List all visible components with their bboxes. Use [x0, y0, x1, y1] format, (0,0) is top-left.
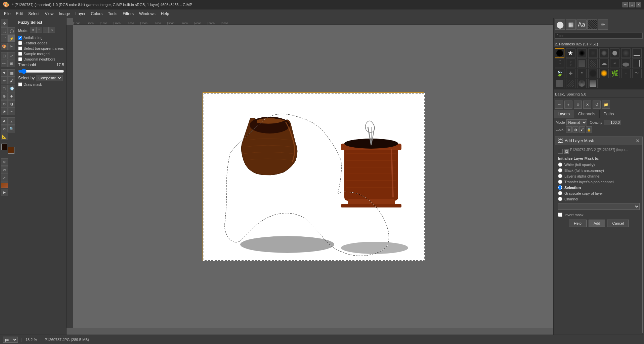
select-by-dropdown[interactable]: Composite Red Green Blue Alpha: [36, 75, 62, 81]
brush-cell-dots1[interactable]: .........: [555, 59, 564, 68]
ellipse-select-tool[interactable]: ◯: [8, 27, 15, 35]
brush-cell-texture1[interactable]: [577, 59, 587, 68]
diagonal-checkbox[interactable]: [18, 57, 22, 61]
transparent-checkbox[interactable]: [18, 46, 22, 50]
draw-mask-checkbox[interactable]: [18, 82, 22, 86]
menu-colors[interactable]: Colors: [88, 11, 105, 17]
feather-edges-checkbox[interactable]: [18, 41, 22, 45]
heal-tool[interactable]: ✚: [8, 92, 15, 100]
mode-add[interactable]: +: [36, 27, 42, 33]
brush-cell-fuzzy3[interactable]: [599, 48, 609, 58]
tool-preset-btn[interactable]: ⚙: [1, 158, 8, 166]
font-icon[interactable]: Aa: [576, 20, 587, 30]
mode-subtract[interactable]: −: [43, 27, 49, 33]
3d-transform-tool[interactable]: ⊞: [8, 60, 15, 67]
brush-cell-soft1[interactable]: [621, 48, 631, 58]
brush-cell-h4[interactable]: [588, 79, 598, 88]
perspective-clone-tool[interactable]: ⊘: [1, 100, 8, 108]
option-alpha[interactable]: Layer's alpha channel: [558, 174, 640, 178]
brush-cell-halftone1[interactable]: ⠶: [621, 69, 631, 78]
help-button[interactable]: Help: [569, 220, 587, 227]
tool-options-icon[interactable]: ✏: [598, 20, 608, 30]
mode-select[interactable]: Normal Multiply Screen: [566, 119, 587, 125]
mode-replace[interactable]: ⊕: [30, 27, 36, 33]
opacity-input[interactable]: [604, 120, 620, 125]
brush-cell-line1[interactable]: [632, 48, 642, 58]
menu-help[interactable]: Help: [158, 11, 172, 17]
document-history-btn[interactable]: ⏱: [1, 166, 8, 174]
brush-delete-btn[interactable]: ✕: [583, 101, 591, 109]
brush-cell-line2[interactable]: [632, 59, 642, 68]
move-tool[interactable]: ✣: [1, 20, 8, 27]
option-white[interactable]: White (full opacity): [558, 162, 640, 167]
brush-cell-h3[interactable]: [577, 79, 587, 88]
minimize-button[interactable]: ─: [622, 2, 628, 7]
menu-file[interactable]: File: [1, 11, 13, 17]
option-selection[interactable]: Selection: [558, 185, 640, 190]
menu-image[interactable]: Image: [56, 11, 73, 17]
foreground-color[interactable]: [1, 144, 7, 150]
paths-tool-btn[interactable]: ⟁: [8, 117, 15, 125]
sample-merged-checkbox[interactable]: [18, 52, 22, 56]
close-button[interactable]: ✕: [636, 2, 641, 7]
lock-all-btn[interactable]: 🔒: [586, 126, 592, 132]
menu-select[interactable]: Select: [26, 11, 42, 17]
toggle-btn[interactable]: ▶: [1, 189, 8, 196]
menu-filters[interactable]: Filters: [120, 11, 136, 17]
add-button[interactable]: Add: [589, 220, 605, 227]
brush-cell-star[interactable]: ★: [566, 48, 575, 58]
brush-cell-green1[interactable]: 🌿: [610, 69, 619, 78]
brush-cell-fuzzy2[interactable]: [588, 48, 598, 58]
brush-cell-splat1[interactable]: ✳: [610, 59, 619, 68]
brush-cell-hard1[interactable]: [610, 48, 619, 58]
popup-close-btn[interactable]: ✕: [636, 138, 640, 144]
crop-tool[interactable]: ⊡: [1, 52, 8, 60]
lock-position-btn[interactable]: ⊕: [566, 126, 572, 132]
canvas-image-container[interactable]: [203, 92, 424, 261]
option-black[interactable]: Black (full transparency): [558, 168, 640, 173]
tab-paths[interactable]: Paths: [600, 110, 618, 118]
menu-windows[interactable]: Windows: [136, 11, 158, 17]
menu-layer[interactable]: Layer: [73, 11, 88, 17]
color-select-tool[interactable]: 🎨: [1, 43, 8, 50]
smudge-tool[interactable]: ~: [8, 108, 15, 115]
brush-new-btn[interactable]: +: [564, 101, 572, 109]
cancel-button[interactable]: Cancel: [607, 220, 629, 227]
brush-cell-h2[interactable]: [566, 79, 575, 88]
brush-cell-circle-black[interactable]: [555, 48, 564, 58]
brush-cell-fuzzy1[interactable]: [577, 48, 587, 58]
free-select-tool[interactable]: ⌒: [1, 35, 8, 42]
text-tool[interactable]: A: [1, 117, 8, 125]
tab-channels[interactable]: Channels: [574, 110, 600, 118]
brush-cell-scatter1[interactable]: ⠿: [577, 69, 587, 78]
brush-folder-btn[interactable]: 📁: [602, 101, 610, 109]
transform-tool[interactable]: ⤢: [8, 52, 15, 60]
unit-select[interactable]: px mm cm in: [3, 337, 18, 343]
paintbrush-tool[interactable]: 🖌: [8, 77, 15, 84]
color-picker-tool[interactable]: ⊘: [1, 125, 8, 132]
mode-intersect[interactable]: ∩: [49, 27, 55, 33]
brush-cell-swirl1[interactable]: 〜: [632, 69, 642, 78]
undo-btn[interactable]: ↶: [1, 175, 8, 182]
canvas-area[interactable]: 1000 1500 1500 1000 2000 2500 3000 3500 …: [67, 18, 553, 335]
brush-cell-spatter1[interactable]: ·:··:·: [566, 59, 575, 68]
brush-edit-btn[interactable]: ✏: [555, 101, 563, 109]
brush-refresh-btn[interactable]: ↺: [593, 101, 601, 109]
gradient-icon[interactable]: ▦: [566, 20, 576, 30]
airbrush-tool[interactable]: 💨: [8, 85, 15, 92]
fuzzy-select-tool[interactable]: ⚡: [8, 35, 15, 42]
lock-paint-btn[interactable]: 🖌: [579, 126, 585, 132]
pattern-icon[interactable]: [587, 20, 597, 30]
blur-sharpen-tool[interactable]: ◑: [8, 100, 15, 108]
measure-tool[interactable]: 📐: [1, 133, 8, 140]
brush-cell-texture2[interactable]: [588, 59, 598, 68]
menu-view[interactable]: View: [42, 11, 56, 17]
brush-cell-h1[interactable]: [555, 79, 564, 88]
option-grayscale[interactable]: Grayscale copy of layer: [558, 191, 640, 195]
tab-layers[interactable]: Layers: [554, 110, 574, 118]
brush-filter-input[interactable]: [555, 33, 643, 39]
menu-edit[interactable]: Edit: [13, 11, 26, 17]
brush-duplicate-btn[interactable]: ⊕: [574, 101, 582, 109]
option-transfer-alpha[interactable]: Transfer layer's alpha channel: [558, 180, 640, 184]
brush-cell-leaf1[interactable]: 🍃: [555, 69, 564, 78]
